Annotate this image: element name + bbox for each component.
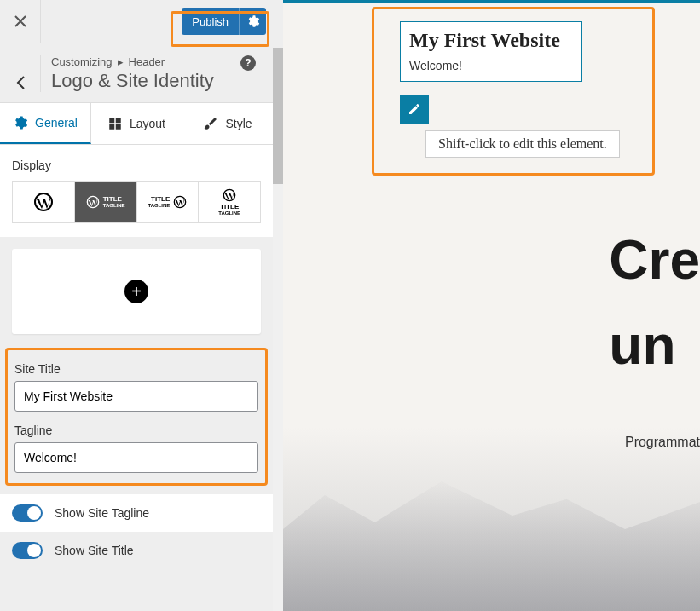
display-label: Display bbox=[12, 159, 261, 172]
tabs: General Layout Style bbox=[0, 102, 273, 145]
tagline-label: Tagline bbox=[14, 424, 258, 437]
publish-group: Publish bbox=[182, 8, 273, 35]
tab-style-label: Style bbox=[225, 117, 252, 130]
preview-tagline: Welcome! bbox=[409, 59, 573, 72]
site-title-label: Site Title bbox=[14, 362, 258, 376]
hero-heading: Cre un bbox=[609, 230, 700, 376]
tab-layout-label: Layout bbox=[130, 117, 165, 130]
tab-general[interactable]: General bbox=[0, 103, 91, 144]
site-title-input[interactable] bbox=[14, 381, 258, 412]
close-button[interactable] bbox=[0, 0, 41, 43]
toggle-show-tagline-row: Show Site Tagline bbox=[0, 494, 273, 532]
preview-site-title: My First Website bbox=[409, 29, 573, 52]
edit-tooltip: Shift-click to edit this element. bbox=[425, 130, 620, 158]
breadcrumb: Customizing ▸ Header bbox=[51, 55, 240, 68]
display-opt-logo-only[interactable] bbox=[13, 182, 75, 222]
site-identity-preview[interactable]: My First Website Welcome! bbox=[400, 21, 582, 82]
topbar: Publish bbox=[0, 0, 273, 43]
toggle-show-tagline-label: Show Site Tagline bbox=[55, 506, 149, 520]
preview-accent-bar bbox=[283, 0, 700, 3]
site-preview: My First Website Welcome! Shift-click to… bbox=[283, 0, 700, 611]
display-opt-logo-title-inline[interactable]: TITLETAGLINE bbox=[75, 182, 137, 222]
customizer-sidebar: Publish Customizing ▸ Header Logo & Site… bbox=[0, 0, 283, 611]
display-options: TITLETAGLINE TITLETAGLINE TITLETAGLINE bbox=[12, 181, 261, 223]
annotation-highlight-preview: My First Website Welcome! Shift-click to… bbox=[372, 7, 655, 176]
svg-rect-2 bbox=[109, 124, 114, 130]
help-icon[interactable]: ? bbox=[240, 55, 256, 71]
back-button[interactable] bbox=[0, 55, 41, 92]
display-panel: Display TITLETAGLINE TITLETAGLINE TITLET… bbox=[0, 145, 273, 237]
breadcrumb-section: Header bbox=[129, 55, 165, 68]
publish-settings-button[interactable] bbox=[239, 8, 266, 35]
svg-rect-1 bbox=[116, 118, 121, 123]
publish-button[interactable]: Publish bbox=[182, 8, 239, 35]
svg-rect-0 bbox=[109, 118, 114, 123]
breadcrumb-row: Customizing ▸ Header Logo & Site Identit… bbox=[0, 43, 273, 102]
toggle-show-title-label: Show Site Title bbox=[55, 544, 134, 557]
display-opt-logo-stacked[interactable]: TITLETAGLINE bbox=[199, 182, 260, 222]
display-opt-title-logo-inline[interactable]: TITLETAGLINE bbox=[137, 182, 200, 222]
logo-upload-area[interactable]: + bbox=[12, 249, 261, 334]
tagline-input[interactable] bbox=[14, 442, 258, 473]
toggle-show-tagline[interactable] bbox=[12, 504, 43, 522]
tab-style[interactable]: Style bbox=[182, 103, 273, 144]
sidebar-scrollbar[interactable] bbox=[273, 48, 283, 611]
hero-subtext: Programmat bbox=[625, 435, 700, 450]
toggle-show-title-row: Show Site Title bbox=[0, 532, 273, 569]
edit-shortcut-button[interactable] bbox=[400, 95, 429, 124]
breadcrumb-separator: ▸ bbox=[118, 55, 124, 68]
tab-general-label: General bbox=[35, 116, 78, 130]
tab-layout[interactable]: Layout bbox=[91, 103, 182, 144]
breadcrumb-root: Customizing bbox=[51, 55, 113, 68]
add-logo-button[interactable]: + bbox=[124, 280, 148, 303]
page-title: Logo & Site Identity bbox=[51, 70, 240, 92]
identity-fields-highlight: Site Title Tagline bbox=[5, 348, 268, 486]
svg-rect-3 bbox=[116, 124, 121, 130]
toggle-show-title[interactable] bbox=[12, 542, 43, 559]
